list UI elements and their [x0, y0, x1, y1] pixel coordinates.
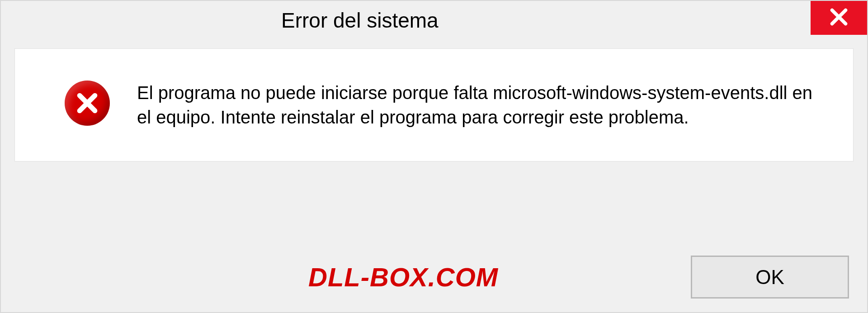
titlebar: Error del sistema: [1, 1, 867, 39]
error-message: El programa no puede iniciarse porque fa…: [137, 81, 824, 129]
error-icon: [65, 81, 110, 126]
ok-button-label: OK: [755, 266, 784, 289]
content-panel: El programa no puede iniciarse porque fa…: [14, 48, 854, 161]
dialog-footer: DLL-BOX.COM OK: [1, 256, 867, 299]
ok-button[interactable]: OK: [691, 256, 849, 299]
close-icon: [829, 7, 849, 29]
error-dialog: Error del sistema El programa no puede i…: [0, 0, 868, 313]
close-button[interactable]: [811, 1, 867, 35]
watermark-text: DLL-BOX.COM: [308, 262, 498, 292]
dialog-title: Error del sistema: [1, 8, 439, 33]
